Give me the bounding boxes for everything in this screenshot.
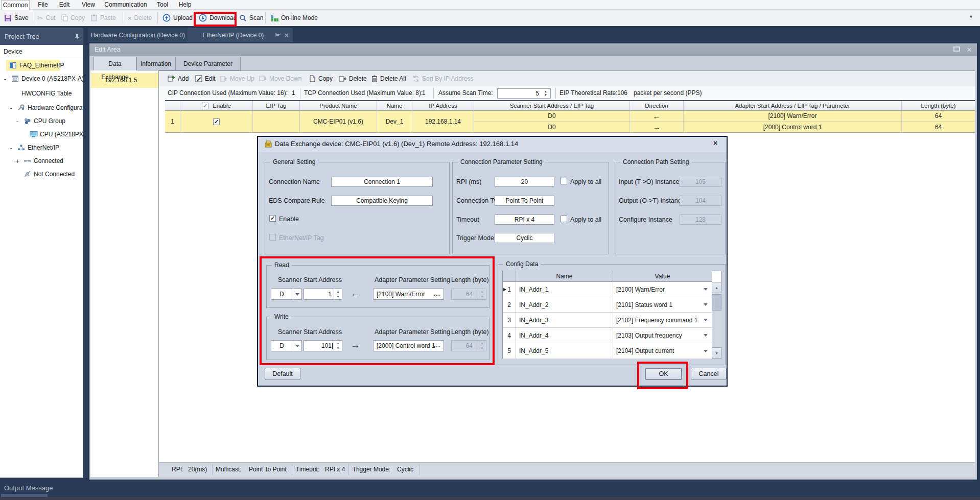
tab-ethernet-ip[interactable]: EtherNet/IP (Device 0) ×	[188, 28, 293, 42]
tree-item-hardware-configuration[interactable]: - Hardware Configuration	[0, 101, 83, 114]
online-mode-button[interactable]: On-line Mode	[271, 10, 318, 26]
menu-common[interactable]: Common	[1, 0, 30, 10]
menu-edit[interactable]: Edit	[55, 0, 74, 10]
scroll-up-icon[interactable]: ▲	[712, 282, 721, 293]
tree-item-cpu-group[interactable]: - CPU Group	[0, 114, 83, 128]
tree-item-hwconfig-table[interactable]: HWCONFIG Table	[0, 87, 83, 100]
dropdown-icon[interactable]	[704, 303, 708, 306]
default-button[interactable]: Default	[265, 368, 300, 380]
cancel-button[interactable]: Cancel	[691, 368, 727, 380]
tree-root-device[interactable]: Device	[0, 45, 83, 58]
pin-icon[interactable]	[75, 34, 80, 40]
wrench-icon	[17, 104, 25, 111]
collapse-icon[interactable]: -	[3, 75, 7, 83]
scroll-thumb[interactable]	[712, 294, 721, 311]
tree-item-faq-ethernetip[interactable]: FAQ_EthernetIP	[0, 59, 83, 72]
menu-communication[interactable]: Communication	[103, 0, 148, 10]
length-read-cell: 64	[902, 111, 975, 122]
close-icon[interactable]: ×	[967, 43, 972, 56]
row-marker-icon: ▶	[503, 287, 506, 292]
header-checkbox[interactable]: ✓	[202, 103, 208, 109]
menu-view[interactable]: View	[78, 0, 99, 10]
cut-button[interactable]: ✂ Cut	[37, 10, 55, 26]
tab-data-exchange[interactable]: Data Exchange	[94, 57, 136, 70]
config-value-cell[interactable]: [2104] Output current	[613, 343, 712, 359]
close-tab-icon[interactable]: ×	[285, 31, 289, 39]
output-message-label[interactable]: Output Message	[4, 484, 53, 492]
config-value-cell[interactable]: [2102] Frequency command 1	[613, 313, 712, 328]
paste-button[interactable]: Paste	[90, 10, 116, 26]
upload-button[interactable]: Upload	[162, 10, 193, 26]
timeout-label: Timeout	[456, 216, 479, 223]
rpi-apply-to-all-checkbox[interactable]	[561, 178, 567, 184]
assume-scan-time-input[interactable]: 5 ▲▼	[497, 88, 551, 99]
config-name-cell[interactable]: IN_Addr_3	[516, 313, 613, 328]
trigger-mode-input[interactable]: Cyclic	[495, 233, 554, 243]
delete-button[interactable]: × Delete	[128, 10, 152, 26]
tree-item-not-connected[interactable]: Not Connected	[0, 168, 83, 181]
ribbon-collapse-icon[interactable]: ▼	[969, 14, 973, 19]
tab-device-parameter[interactable]: Device Parameter	[175, 57, 241, 70]
project-tree-panel: Device FAQ_EthernetIP - Device 0 (AS218P…	[0, 45, 83, 478]
dropdown-icon[interactable]	[704, 288, 708, 291]
copy-row-button[interactable]: Copy	[309, 71, 333, 86]
pin-icon[interactable]	[275, 32, 281, 38]
separator	[433, 88, 434, 99]
move-up-button[interactable]: Move Up	[220, 71, 254, 86]
collapse-icon[interactable]: -	[9, 104, 13, 112]
ethernet-ip-tag-checkbox[interactable]	[269, 234, 276, 241]
dropdown-icon[interactable]	[704, 350, 708, 352]
right-arrow-icon: →	[653, 123, 661, 131]
config-name-cell[interactable]: IN_Addr_4	[516, 328, 613, 343]
config-header-rownum	[503, 271, 516, 282]
tree-item-ethernet-ip[interactable]: - EtherNet/IP	[0, 141, 83, 154]
menu-tool[interactable]: Tool	[152, 0, 173, 10]
annotation-ok	[637, 362, 688, 389]
edit-button[interactable]: Edit	[195, 71, 216, 86]
status-timeout-label: Timeout:	[296, 462, 319, 477]
config-value-cell[interactable]: [2100] Warn/Error	[613, 282, 712, 297]
delete-all-button[interactable]: Delete All	[371, 71, 406, 86]
dialog-close-icon[interactable]: ×	[713, 139, 717, 147]
config-rownum: 2	[503, 297, 516, 313]
move-down-button[interactable]: Move Down	[259, 71, 301, 86]
config-value-cell[interactable]: [2103] Output frequency	[613, 328, 712, 343]
config-value-cell[interactable]: [2101] Status word 1	[613, 297, 712, 313]
rpi-input[interactable]: 20	[495, 177, 554, 187]
connection-name-input[interactable]: Connection 1	[331, 177, 433, 187]
collapse-icon[interactable]: -	[9, 144, 13, 152]
tab-information[interactable]: Information	[136, 57, 175, 70]
eds-compare-rule-input[interactable]: Compatible Keying	[331, 196, 433, 206]
dropdown-icon[interactable]	[704, 319, 708, 321]
enable-checkbox[interactable]: ✓	[269, 215, 276, 222]
tree-item-cpu[interactable]: CPU (AS218PX	[0, 128, 83, 141]
tab-hardware-configuration[interactable]: Hardware Configuration (Device 0)	[88, 28, 188, 42]
save-button[interactable]: Save	[4, 10, 28, 26]
restore-icon[interactable]	[953, 46, 960, 52]
timeout-apply-to-all-label: Apply to all	[570, 216, 601, 223]
spinner-icon[interactable]: ▲▼	[542, 89, 549, 98]
connection-type-input[interactable]: Point To Point	[495, 196, 554, 206]
cut-icon: ✂	[37, 14, 43, 22]
expand-icon[interactable]: +	[15, 157, 19, 165]
menu-file[interactable]: File	[34, 0, 52, 10]
collapse-icon[interactable]: -	[15, 117, 19, 125]
eip-rate-value: 106	[617, 86, 627, 100]
scroll-down-icon[interactable]: ▼	[712, 347, 721, 359]
timeout-apply-to-all-checkbox[interactable]	[561, 216, 567, 222]
tree-item-device0[interactable]: - Device 0 (AS218PX-A)	[0, 72, 83, 85]
menu-help[interactable]: Help	[175, 0, 195, 10]
copy-button[interactable]: Copy	[61, 10, 85, 26]
enable-cell[interactable]: ✓	[180, 111, 253, 132]
config-name-cell[interactable]: IN_Addr_5	[516, 343, 613, 359]
upload-icon	[162, 14, 171, 22]
timeout-input[interactable]: RPI x 4	[495, 215, 554, 225]
scan-button[interactable]: Scan	[239, 10, 263, 26]
delete-row-button[interactable]: Delete	[339, 71, 367, 86]
sort-by-ip-button[interactable]: Sort By IP Address	[412, 71, 474, 86]
tree-item-connected[interactable]: + Connected	[0, 154, 83, 168]
add-button[interactable]: Add	[168, 71, 189, 86]
dropdown-icon[interactable]	[704, 334, 708, 337]
config-name-cell[interactable]: IN_Addr_1	[516, 282, 613, 297]
config-name-cell[interactable]: IN_Addr_2	[516, 297, 613, 313]
